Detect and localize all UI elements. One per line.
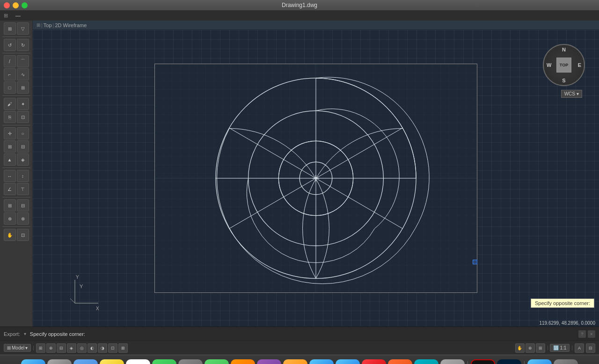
tool-move[interactable]: ✛ bbox=[4, 127, 16, 139]
dock-reader[interactable]: 📖 bbox=[73, 359, 98, 364]
tool-3d[interactable]: ◈ bbox=[17, 153, 29, 166]
tool-open[interactable]: ▽ bbox=[17, 22, 29, 35]
dock-photos-alt[interactable]: 🖼️ bbox=[178, 359, 203, 364]
toolbar-divider-6 bbox=[2, 197, 30, 197]
toolbar-row-11: ↔ ↕ bbox=[4, 170, 29, 182]
status-icons-row: ⊞ ⊕ ⊟ ◈ ◎ ◐ ◑ ⊡ ⊠ bbox=[36, 343, 128, 353]
command-input[interactable]: Specify opposite corner: bbox=[30, 331, 575, 337]
wcs-button[interactable]: WCS ▾ bbox=[561, 90, 582, 98]
tool-spline[interactable]: ∿ bbox=[17, 68, 29, 80]
dock-safari[interactable]: 🧭 bbox=[309, 359, 334, 364]
axis-indicator: X Y bbox=[70, 275, 108, 313]
settings-icon[interactable]: × bbox=[588, 330, 595, 338]
snap-icon[interactable]: ⊕ bbox=[46, 343, 56, 353]
ortho-icon[interactable]: ⊟ bbox=[57, 343, 66, 353]
close-button[interactable] bbox=[4, 2, 10, 8]
tool-array[interactable]: ⊟ bbox=[17, 140, 29, 153]
tool-scale[interactable]: ⊞ bbox=[4, 140, 16, 153]
dock-facetime[interactable]: 📹 bbox=[152, 359, 176, 364]
command-icons: ? × bbox=[578, 330, 595, 338]
tool-props[interactable]: ⊟ bbox=[17, 199, 29, 211]
tool-new[interactable]: ⊞ bbox=[4, 22, 16, 35]
compass-top-label[interactable]: TOP bbox=[556, 58, 571, 73]
tool-trim[interactable]: ⊤ bbox=[17, 183, 29, 195]
zoom-hand-icon[interactable]: ✋ bbox=[515, 343, 525, 353]
drawing-canvas[interactable] bbox=[154, 64, 477, 293]
dock-photoshop[interactable]: Ps bbox=[497, 359, 521, 364]
tool-undo[interactable]: ↺ bbox=[4, 39, 16, 51]
dock-calendar[interactable]: 📅 bbox=[126, 359, 150, 364]
scale-button[interactable]: 🔢 1:1 bbox=[550, 344, 570, 352]
dock-photos[interactable]: 🌸 bbox=[283, 359, 307, 364]
maximize-button[interactable] bbox=[22, 2, 28, 8]
dock-finder[interactable]: 🔵 bbox=[21, 359, 45, 364]
tool-copy[interactable]: ⎘ bbox=[4, 111, 16, 123]
tool-match[interactable]: ✦ bbox=[17, 98, 29, 110]
export-dropdown-icon[interactable]: ▾ bbox=[24, 331, 26, 336]
tool-polyline[interactable]: ⌐ bbox=[4, 68, 16, 80]
svg-text:Y: Y bbox=[76, 275, 79, 280]
dock-launchpad[interactable]: 🚀 bbox=[47, 359, 72, 364]
status-sep-3: | bbox=[571, 345, 573, 350]
viewport[interactable]: Y X Y N S E W TOP WCS bbox=[33, 30, 599, 327]
help-icon[interactable]: ? bbox=[578, 330, 586, 338]
dock-trash[interactable]: 🗑️ bbox=[554, 359, 578, 364]
dock-prefs[interactable]: ⚙️ bbox=[440, 359, 465, 364]
menu-item-dash[interactable]: — bbox=[13, 12, 23, 19]
dock-books[interactable]: 📚 bbox=[388, 359, 412, 364]
toolbar-row-7: ⎘ ⊡ bbox=[4, 111, 29, 123]
tool-paint[interactable]: 🖌 bbox=[4, 98, 16, 110]
menu-bar: ⊞ — bbox=[0, 10, 599, 21]
tool-block[interactable]: ⊡ bbox=[17, 111, 29, 123]
annotation-icon[interactable]: A bbox=[575, 343, 584, 353]
toolbar-divider-1 bbox=[2, 36, 30, 37]
tool-measure[interactable]: ⊗ bbox=[17, 212, 29, 225]
osnap-icon[interactable]: ◎ bbox=[77, 343, 87, 353]
select-icon[interactable]: ⊠ bbox=[118, 343, 128, 353]
tool-snap[interactable]: ⊕ bbox=[4, 212, 16, 225]
tool-layer[interactable]: ⊞ bbox=[4, 199, 16, 211]
dock-appstore[interactable]: 🅰️ bbox=[336, 359, 360, 364]
tool-dim1[interactable]: ↔ bbox=[4, 170, 16, 182]
dock-imovie[interactable]: ⭐ bbox=[257, 359, 281, 364]
toolbar-row-4: ⌐ ∿ bbox=[4, 68, 29, 80]
polar-icon[interactable]: ◈ bbox=[67, 343, 76, 353]
model-dropdown-icon: ▾ bbox=[25, 345, 28, 350]
3d-icon[interactable]: ◐ bbox=[88, 343, 97, 353]
wireframe-label[interactable]: 2D Wireframe bbox=[55, 22, 87, 28]
view-label[interactable]: Top bbox=[44, 22, 52, 28]
toolbar-row-13: ⊞ ⊟ bbox=[4, 199, 29, 211]
zoom-in-icon[interactable]: ⊕ bbox=[526, 343, 535, 353]
command-area: Export: ▾ Specify opposite corner: ? × bbox=[0, 327, 599, 341]
dock-garageband[interactable]: 🎸 bbox=[231, 359, 255, 364]
tool-arc[interactable]: ⌒ bbox=[17, 55, 29, 67]
layout-icon[interactable]: ⊟ bbox=[586, 343, 595, 353]
tool-circle[interactable]: ○ bbox=[17, 127, 29, 139]
transparency-icon[interactable]: ⊡ bbox=[108, 343, 117, 353]
lineweight-icon[interactable]: ◑ bbox=[98, 343, 107, 353]
toolbar-row-9: ⊞ ⊟ bbox=[4, 140, 29, 153]
dock-notes[interactable]: 📝 bbox=[100, 359, 124, 364]
compass-south: S bbox=[562, 78, 565, 83]
scale-icon: 🔢 bbox=[553, 345, 559, 350]
toolbar-divider-4 bbox=[2, 125, 30, 125]
minimize-button[interactable] bbox=[13, 2, 19, 8]
grid-snap-icon[interactable]: ⊞ bbox=[36, 343, 45, 353]
tool-pan[interactable]: ✋ bbox=[4, 229, 16, 241]
tool-redo[interactable]: ↻ bbox=[17, 39, 29, 51]
dock-autocad[interactable]: A bbox=[471, 359, 495, 364]
model-button[interactable]: ⊞ Model ▾ bbox=[4, 344, 31, 352]
app-icon: ⊞ bbox=[4, 13, 8, 19]
dock-arduino[interactable]: ♾️ bbox=[414, 359, 438, 364]
tool-rect[interactable]: □ bbox=[4, 81, 16, 94]
regen-icon[interactable]: ⊞ bbox=[536, 343, 545, 353]
tool-extra[interactable]: ⊡ bbox=[17, 229, 29, 241]
dock-numbers[interactable]: 📊 bbox=[205, 359, 229, 364]
dock-music[interactable]: 🎵 bbox=[362, 359, 386, 364]
tool-angle[interactable]: ∠ bbox=[4, 183, 16, 195]
dock-finder2[interactable]: 📁 bbox=[527, 359, 552, 364]
tool-extrude[interactable]: ▲ bbox=[4, 153, 16, 166]
tool-line[interactable]: / bbox=[4, 55, 16, 67]
tool-hatch[interactable]: ⊞ bbox=[17, 81, 29, 94]
tool-dim2[interactable]: ↕ bbox=[17, 170, 29, 182]
